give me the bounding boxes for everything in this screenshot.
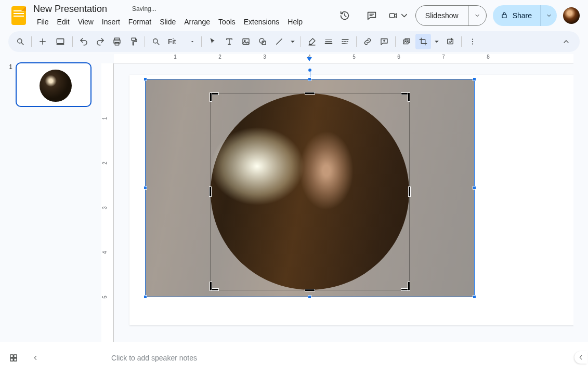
comments-button[interactable] bbox=[361, 5, 382, 26]
replace-image-button[interactable] bbox=[399, 34, 414, 49]
border-color-button[interactable] bbox=[304, 34, 320, 49]
notes-bar: Click to add speaker notes bbox=[0, 342, 588, 374]
line-dropdown[interactable] bbox=[288, 34, 297, 49]
main-area: 1 1 2 3 4 5 6 7 8 1 2 3 4 5 bbox=[0, 54, 588, 342]
redo-button[interactable] bbox=[93, 34, 108, 49]
menu-tools[interactable]: Tools bbox=[215, 16, 239, 28]
border-weight-button[interactable] bbox=[321, 34, 336, 49]
comment-button[interactable] bbox=[376, 34, 392, 49]
side-panel-expand[interactable] bbox=[574, 351, 587, 364]
menu-extensions[interactable]: Extensions bbox=[240, 16, 283, 28]
rotation-handle[interactable] bbox=[308, 68, 312, 72]
crop-handle-r[interactable] bbox=[409, 187, 410, 196]
new-slide-button[interactable] bbox=[35, 34, 50, 49]
resize-handle-bl[interactable] bbox=[143, 295, 147, 299]
more-tools[interactable] bbox=[465, 34, 480, 49]
crop-handle-l[interactable] bbox=[210, 187, 211, 196]
ruler-tick: 5 bbox=[102, 296, 108, 299]
reset-image-button[interactable] bbox=[442, 34, 458, 49]
svg-rect-17 bbox=[10, 355, 13, 357]
ruler-tick: 4 bbox=[102, 251, 108, 254]
mask-dropdown[interactable] bbox=[432, 34, 441, 49]
svg-point-7 bbox=[153, 39, 158, 43]
zoom-button[interactable] bbox=[148, 34, 164, 49]
lock-icon bbox=[500, 11, 508, 21]
slideshow-dropdown[interactable] bbox=[468, 6, 486, 25]
link-button[interactable] bbox=[360, 34, 375, 49]
resize-handle-tl[interactable] bbox=[143, 77, 147, 81]
header-bar: New Presentation Saving... File Edit Vie… bbox=[0, 0, 588, 31]
crop-button[interactable] bbox=[415, 34, 431, 49]
toolbar: Fit bbox=[8, 31, 580, 52]
resize-handle-l[interactable] bbox=[143, 186, 147, 190]
crop-handle-b[interactable] bbox=[305, 289, 315, 291]
resize-handle-r[interactable] bbox=[473, 186, 476, 190]
menu-edit[interactable]: Edit bbox=[54, 16, 73, 28]
chevron-down-icon bbox=[190, 39, 195, 44]
crop-handle-bl[interactable] bbox=[210, 282, 218, 290]
menu-arrange[interactable]: Arrange bbox=[180, 16, 214, 28]
ruler-vertical[interactable]: 1 2 3 4 5 bbox=[101, 63, 114, 342]
resize-handle-t[interactable] bbox=[308, 77, 311, 81]
doc-title[interactable]: New Presentation bbox=[33, 4, 107, 15]
new-slide-layout-button[interactable] bbox=[51, 34, 69, 49]
slide-thumbnail-1[interactable] bbox=[16, 62, 92, 107]
ruler-tick: 5 bbox=[344, 54, 364, 60]
history-button[interactable] bbox=[334, 5, 355, 26]
grid-view-button[interactable] bbox=[0, 353, 27, 363]
menu-file[interactable]: File bbox=[33, 16, 53, 28]
save-status: Saving... bbox=[132, 5, 156, 12]
svg-rect-3 bbox=[57, 39, 64, 44]
svg-rect-1 bbox=[502, 15, 506, 18]
menu-format[interactable]: Format bbox=[125, 16, 155, 28]
speaker-notes-input[interactable]: Click to add speaker notes bbox=[44, 354, 588, 362]
image-tool[interactable] bbox=[238, 34, 254, 49]
undo-button[interactable] bbox=[76, 34, 92, 49]
resize-handle-b[interactable] bbox=[308, 295, 311, 299]
menu-bar: File Edit View Insert Format Slide Arran… bbox=[33, 16, 330, 28]
ruler-horizontal[interactable]: 1 2 3 4 5 6 7 8 bbox=[114, 54, 573, 63]
svg-point-9 bbox=[244, 40, 245, 41]
select-tool[interactable] bbox=[205, 34, 220, 49]
zoom-select[interactable]: Fit bbox=[165, 35, 198, 48]
print-button[interactable] bbox=[109, 34, 125, 49]
line-tool[interactable] bbox=[271, 34, 287, 49]
thumbnail-row: 1 bbox=[6, 62, 95, 107]
svg-point-10 bbox=[259, 38, 264, 43]
menu-insert[interactable]: Insert bbox=[98, 16, 124, 28]
resize-handle-br[interactable] bbox=[473, 295, 476, 299]
meet-button[interactable] bbox=[388, 5, 409, 26]
crop-handle-tl[interactable] bbox=[210, 93, 218, 101]
account-avatar[interactable] bbox=[563, 7, 580, 24]
menu-view[interactable]: View bbox=[74, 16, 97, 28]
mask-circle bbox=[211, 94, 409, 290]
menu-help[interactable]: Help bbox=[284, 16, 306, 28]
app-logo[interactable] bbox=[8, 5, 29, 26]
crop-handle-tr[interactable] bbox=[401, 93, 410, 101]
crop-handle-t[interactable] bbox=[305, 92, 315, 94]
slide-canvas[interactable] bbox=[129, 75, 573, 325]
svg-rect-19 bbox=[10, 358, 13, 361]
search-menus-button[interactable] bbox=[12, 34, 28, 49]
share-button[interactable]: Share bbox=[493, 5, 540, 26]
separator bbox=[395, 36, 396, 47]
resize-handle-tr[interactable] bbox=[473, 77, 476, 81]
share-dropdown[interactable] bbox=[540, 5, 557, 26]
ruler-tick: 8 bbox=[478, 54, 499, 60]
thumbnail-content bbox=[40, 70, 72, 102]
paint-format-button[interactable] bbox=[126, 34, 141, 49]
textbox-tool[interactable] bbox=[221, 34, 237, 49]
collapse-toolbar[interactable] bbox=[557, 34, 576, 49]
shape-tool[interactable] bbox=[255, 34, 270, 49]
slide-viewport[interactable] bbox=[114, 63, 573, 342]
slide-number: 1 bbox=[6, 62, 12, 107]
filmstrip-collapse[interactable] bbox=[27, 354, 44, 362]
crop-handle-br[interactable] bbox=[401, 282, 410, 290]
crop-visible-region bbox=[211, 94, 409, 290]
svg-point-16 bbox=[472, 43, 473, 44]
separator bbox=[72, 36, 73, 47]
menu-slide[interactable]: Slide bbox=[156, 16, 179, 28]
slideshow-button[interactable]: Slideshow bbox=[416, 6, 468, 25]
border-dash-button[interactable] bbox=[337, 34, 353, 49]
crop-frame[interactable] bbox=[211, 94, 409, 290]
